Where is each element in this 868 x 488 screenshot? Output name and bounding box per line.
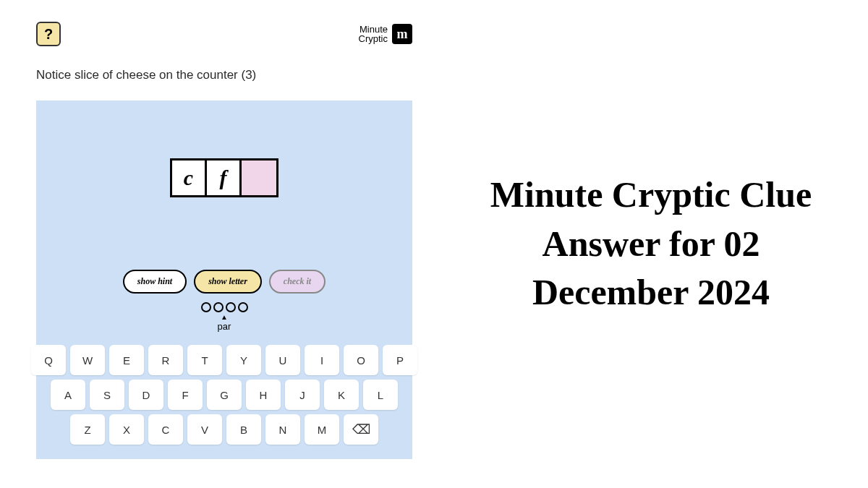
key-u[interactable]: U [265, 345, 300, 375]
key-i[interactable]: I [305, 345, 339, 375]
key-j[interactable]: J [285, 380, 320, 410]
page-title: Minute Cryptic Clue Answer for 02 Decemb… [463, 171, 839, 317]
title-panel: Minute Cryptic Clue Answer for 02 Decemb… [434, 0, 868, 488]
answer-grid[interactable]: c f [170, 158, 278, 197]
header: ? Minute Cryptic m [36, 22, 412, 46]
key-q[interactable]: Q [31, 345, 66, 375]
key-v[interactable]: V [187, 414, 222, 445]
par-circle [226, 302, 236, 312]
key-o[interactable]: O [344, 345, 378, 375]
key-e[interactable]: E [109, 345, 144, 375]
key-h[interactable]: H [246, 380, 281, 410]
par-indicator: ▲ par [51, 302, 398, 332]
key-r[interactable]: R [148, 345, 183, 375]
key-m[interactable]: M [305, 414, 339, 445]
par-circles [201, 302, 248, 312]
answer-row: c f [51, 158, 398, 197]
controls: show hint show letter check it [51, 270, 398, 294]
key-c[interactable]: C [148, 414, 183, 445]
answer-cell-3[interactable] [242, 160, 276, 195]
key-p[interactable]: P [383, 345, 417, 375]
key-b[interactable]: B [226, 414, 261, 445]
show-letter-button[interactable]: show letter [194, 270, 262, 294]
key-l[interactable]: L [363, 380, 398, 410]
key-n[interactable]: N [265, 414, 300, 445]
help-button[interactable]: ? [36, 22, 61, 46]
answer-cell-1[interactable]: c [172, 160, 207, 195]
par-arrow-icon: ▲ [221, 313, 228, 321]
key-k[interactable]: K [324, 380, 359, 410]
par-circle [238, 302, 248, 312]
key-t[interactable]: T [187, 345, 222, 375]
keyboard: QWERTYUIOP ASDFGHJKL ZXCVBNM⌫ [51, 345, 398, 445]
par-circle [213, 302, 224, 312]
key-s[interactable]: S [90, 380, 124, 410]
key-d[interactable]: D [129, 380, 163, 410]
key-x[interactable]: X [109, 414, 144, 445]
answer-cell-2[interactable]: f [207, 160, 242, 195]
par-circle [201, 302, 211, 312]
keyboard-row-2: ASDFGHJKL [51, 380, 398, 410]
key-a[interactable]: A [51, 380, 85, 410]
logo-icon: m [392, 24, 412, 44]
logo: Minute Cryptic m [359, 24, 412, 44]
keyboard-row-3: ZXCVBNM⌫ [70, 414, 378, 445]
clue-text: Notice slice of cheese on the counter (3… [36, 68, 412, 82]
backspace-key[interactable]: ⌫ [344, 414, 378, 445]
key-f[interactable]: F [168, 380, 203, 410]
key-w[interactable]: W [70, 345, 105, 375]
check-it-button[interactable]: check it [269, 270, 326, 294]
show-hint-button[interactable]: show hint [123, 270, 187, 294]
logo-text: Minute Cryptic [359, 25, 388, 43]
key-g[interactable]: G [207, 380, 242, 410]
key-y[interactable]: Y [226, 345, 261, 375]
par-label: par [218, 321, 231, 332]
game-board: c f show hint show letter check it ▲ par… [36, 100, 412, 459]
key-z[interactable]: Z [70, 414, 105, 445]
keyboard-row-1: QWERTYUIOP [31, 345, 417, 375]
